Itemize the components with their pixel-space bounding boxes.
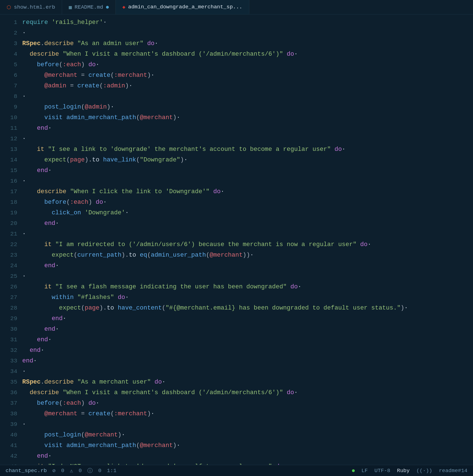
code-line-8: 8 · [3,91,473,102]
code-line-42: 42 end· [3,451,473,462]
code-line-43: 43 it "I do NOT see a link to 'downgrade… [3,462,473,465]
code-line-41: 41 visit admin_merchant_path(@merchant)· [3,440,473,451]
status-errors: 0 [61,468,64,474]
code-line-23: 23 expect(current_path).to eq(admin_user… [3,250,473,261]
code-line-3: 3 RSpec.describe "As an admin user" do· [3,38,473,49]
status-info: 0 [98,468,101,474]
code-editor[interactable]: 1 require 'rails_helper'· 2 · 3 RSpec.de… [0,14,473,465]
code-line-12: 12 · [3,134,473,144]
code-line-28: 28 expect(page).to have_content("#{@merc… [3,303,473,313]
code-line-11: 11 end· [3,123,473,134]
status-position: 1:1 [107,468,116,474]
status-left: chant_spec.rb ⊘ 0 ⚠ 0 ⓘ 0 1:1 [6,467,117,474]
code-line-26: 26 it "I see a flash message indicating … [3,282,473,292]
readme-icon: ▦ [69,4,72,10]
tab-modified-dot [106,6,109,9]
tab-label-admin-spec: admin_can_downgrade_a_merchant_sp... [128,4,242,10]
status-language: Ruby [397,468,410,474]
code-line-34: 34 · [3,366,473,377]
tab-readme-md[interactable]: ▦ README.md [62,0,115,14]
code-line-4: 4 describe "When I visit a merchant's da… [3,49,473,60]
status-warning-icon: ⚠ [70,467,73,474]
code-line-30: 30 end· [3,324,473,335]
tab-show-html-erb[interactable]: ⬡ show.html.erb [0,0,62,14]
tab-bar: ⬡ show.html.erb ▦ README.md ◆ admin_can_… [0,0,473,14]
code-line-6: 6 @merchant = create(:merchant)· [3,70,473,81]
signal-icon: ((·)) [416,468,432,474]
code-line-29: 29 end· [3,313,473,324]
status-line-ending: LF [361,468,368,474]
code-line-13: 13 it "I see a link to 'downgrade' the m… [3,144,473,155]
code-line-36: 36 describe "When I visit a merchant's d… [3,387,473,398]
code-line-1: 1 require 'rails_helper'· [3,17,473,28]
status-error-icon: ⊘ [52,467,55,474]
status-filename: chant_spec.rb [6,468,47,474]
code-line-5: 5 before(:each) do· [3,60,473,70]
status-active-dot [352,469,355,472]
tab-admin-spec[interactable]: ◆ admin_can_downgrade_a_merchant_sp... [116,0,249,14]
code-area: 1 require 'rails_helper'· 2 · 3 RSpec.de… [0,14,473,465]
code-line-20: 20 end· [3,218,473,229]
status-readme-ref: readme#14 [439,468,467,474]
status-right: LF UTF-8 Ruby ((·)) readme#14 [352,468,467,474]
code-line-38: 38 @merchant = create(:merchant)· [3,409,473,419]
code-line-19: 19 click_on 'Downgrade'· [3,208,473,218]
status-info-icon: ⓘ [87,467,93,474]
code-line-31: 31 end· [3,335,473,345]
code-line-14: 14 expect(page).to have_link("Downgrade"… [3,155,473,165]
code-line-39: 39 · [3,419,473,430]
code-line-37: 37 before(:each) do· [3,398,473,409]
status-bar: chant_spec.rb ⊘ 0 ⚠ 0 ⓘ 0 1:1 LF UTF-8 R… [0,465,473,476]
code-line-7: 7 @admin = create(:admin)· [3,81,473,91]
status-encoding: UTF-8 [375,468,390,474]
code-line-15: 15 end· [3,165,473,176]
code-line-18: 18 before(:each) do· [3,197,473,208]
code-line-2: 2 · [3,28,473,38]
html-icon: ⬡ [7,4,11,10]
code-line-10: 10 visit admin_merchant_path(@merchant)· [3,112,473,123]
tab-label-show-html-erb: show.html.erb [14,4,55,10]
tab-label-readme-md: README.md [75,4,103,10]
code-line-25: 25 · [3,271,473,282]
code-line-27: 27 within "#flashes" do· [3,292,473,303]
ruby-icon: ◆ [122,4,125,10]
code-line-35: 35 RSpec.describe "As a merchant user" d… [3,377,473,387]
code-line-32: 32 end· [3,345,473,356]
code-line-33: 33 end· [3,356,473,366]
code-line-40: 40 post_login(@merchant)· [3,430,473,440]
code-line-16: 16 · [3,176,473,187]
code-line-22: 22 it "I am redirected to ('/admin/users… [3,239,473,250]
code-line-9: 9 post_login(@admin)· [3,102,473,112]
code-line-24: 24 end· [3,261,473,271]
code-line-17: 17 describe "When I click the link to 'D… [3,187,473,197]
editor-container: ⬡ show.html.erb ▦ README.md ◆ admin_can_… [0,0,473,476]
code-line-21: 21 · [3,229,473,239]
status-warnings: 0 [79,468,82,474]
